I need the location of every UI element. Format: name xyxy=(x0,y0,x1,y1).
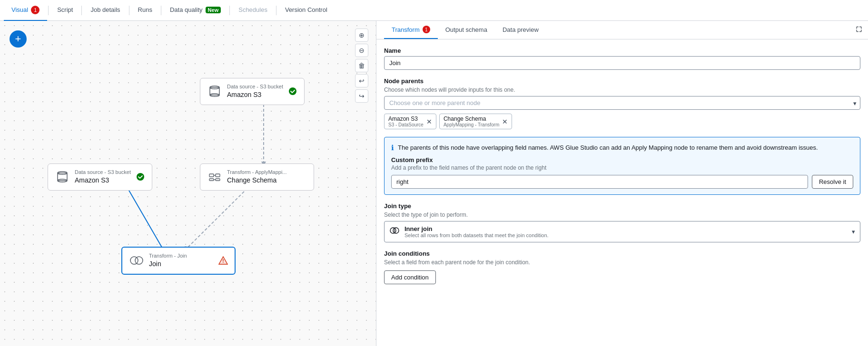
name-input[interactable] xyxy=(384,56,860,70)
tab-version-control[interactable]: Version Control xyxy=(277,0,335,21)
join-conditions-section: Join conditions Select a field from each… xyxy=(384,250,860,284)
nav-divider-4 xyxy=(161,6,161,15)
delete-icon: 🗑 xyxy=(358,62,365,69)
tag-amazon-s3-content: Amazon S3 S3 - DataSource xyxy=(388,115,424,127)
tab-output-schema-label: Output schema xyxy=(445,26,487,33)
node-s3-left-icon xyxy=(55,169,70,184)
nav-divider-6 xyxy=(276,6,276,15)
tab-schedules[interactable]: Schedules xyxy=(231,0,275,21)
tab-transform[interactable]: Transform 1 xyxy=(384,21,438,39)
info-message: The parents of this node have overlappin… xyxy=(398,143,818,153)
expand-panel-icon[interactable] xyxy=(856,26,862,34)
tag-change-schema-close[interactable]: ✕ xyxy=(502,118,508,125)
undo-button[interactable]: ↩ xyxy=(355,74,368,87)
join-type-field: Join type Select the type of join to per… xyxy=(384,202,860,242)
redo-button[interactable]: ↪ xyxy=(355,89,368,103)
node-change-schema-info: Transform - ApplyMappi... Change Schema xyxy=(227,169,307,185)
info-box: ℹ The parents of this node have overlapp… xyxy=(384,137,860,195)
tab-job-details[interactable]: Job details xyxy=(83,0,128,21)
node-s3-top-name: Amazon S3 xyxy=(227,90,283,100)
node-change-schema-name: Change Schema xyxy=(227,176,307,185)
node-s3-left-status xyxy=(136,172,145,182)
add-condition-button[interactable]: Add condition xyxy=(384,270,436,284)
prefix-input[interactable] xyxy=(391,175,808,189)
node-change-schema[interactable]: Transform - ApplyMappi... Change Schema xyxy=(200,163,314,191)
join-type-info: Inner join Select all rows from both dat… xyxy=(404,225,847,238)
tag-change-schema-sub: ApplyMapping - Transform xyxy=(444,122,499,127)
tab-version-control-label: Version Control xyxy=(285,6,327,13)
tab-runs-label: Runs xyxy=(138,6,152,13)
tag-amazon-s3-label: Amazon S3 xyxy=(388,115,424,122)
join-type-sub: Select the type of join to perform. xyxy=(384,211,860,218)
node-s3-left[interactable]: Data source - S3 bucket Amazon S3 xyxy=(48,163,152,191)
resolve-button[interactable]: Resolve it xyxy=(812,175,853,189)
node-change-schema-icon xyxy=(207,169,222,184)
right-panel: Transform 1 Output schema Data preview N… xyxy=(376,21,868,346)
node-s3-top-info: Data source - S3 bucket Amazon S3 xyxy=(227,83,283,100)
node-parents-select[interactable]: Choose one or more parent node xyxy=(384,96,860,110)
tag-change-schema-label: Change Schema xyxy=(444,115,499,122)
tab-schedules-label: Schedules xyxy=(238,6,267,13)
redo-icon: ↪ xyxy=(359,92,365,100)
join-type-select[interactable]: Inner join Select all rows from both dat… xyxy=(384,221,860,242)
node-parents-sub: Choose which nodes will provide inputs f… xyxy=(384,86,860,93)
add-icon: + xyxy=(15,33,21,45)
panel-tabs: Transform 1 Output schema Data preview xyxy=(376,21,868,39)
join-conditions-sub: Select a field from each parent node for… xyxy=(384,259,860,266)
node-s3-top-status xyxy=(288,86,297,96)
tag-change-schema: Change Schema ApplyMapping - Transform ✕ xyxy=(439,114,512,129)
node-s3-left-name: Amazon S3 xyxy=(75,176,131,185)
svg-point-20 xyxy=(130,257,138,264)
custom-prefix-label: Custom prefix xyxy=(391,156,853,163)
join-type-select-wrapper: Inner join Select all rows from both dat… xyxy=(384,221,860,242)
tab-data-quality-label: Data quality xyxy=(170,6,203,13)
tab-job-details-label: Job details xyxy=(90,6,120,13)
add-node-button[interactable]: + xyxy=(10,30,27,48)
svg-rect-17 xyxy=(216,179,220,181)
node-s3-left-type: Data source - S3 bucket xyxy=(75,169,131,176)
svg-rect-16 xyxy=(209,179,214,181)
info-box-header: ℹ The parents of this node have overlapp… xyxy=(391,143,853,153)
tab-output-schema[interactable]: Output schema xyxy=(438,21,495,39)
zoom-out-button[interactable]: ⊖ xyxy=(355,44,368,57)
tab-script[interactable]: Script xyxy=(49,0,80,21)
zoom-out-icon: ⊖ xyxy=(359,47,365,54)
nav-divider-5 xyxy=(229,6,230,15)
node-join[interactable]: Transform - Join Join ! xyxy=(121,247,236,275)
tab-runs[interactable]: Runs xyxy=(130,0,160,21)
tag-change-schema-content: Change Schema ApplyMapping - Transform xyxy=(444,115,499,127)
tab-data-preview[interactable]: Data preview xyxy=(495,21,546,39)
name-field: Name xyxy=(384,47,860,70)
tab-data-quality[interactable]: Data quality New xyxy=(162,0,228,21)
canvas-area: + ⊕ ⊖ 🗑 ↩ ↪ xyxy=(0,21,376,346)
node-change-schema-type: Transform - ApplyMappi... xyxy=(227,169,307,176)
undo-icon: ↩ xyxy=(359,77,365,85)
name-label: Name xyxy=(384,47,860,54)
tab-transform-badge: 1 xyxy=(423,26,430,33)
zoom-in-icon: ⊕ xyxy=(359,31,365,39)
node-parents-label: Node parents xyxy=(384,77,860,85)
info-icon: ℹ xyxy=(391,144,394,152)
tab-visual[interactable]: Visual 1 xyxy=(4,0,47,21)
node-join-icon xyxy=(129,253,144,268)
node-join-type: Transform - Join xyxy=(149,252,214,260)
svg-text:!: ! xyxy=(222,259,224,264)
custom-prefix-sub: Add a prefix to the field names of the p… xyxy=(391,164,853,171)
node-s3-top-type: Data source - S3 bucket xyxy=(227,83,283,90)
svg-line-2 xyxy=(188,188,247,247)
node-s3-top[interactable]: Data source - S3 bucket Amazon S3 xyxy=(200,78,305,105)
tab-visual-label: Visual xyxy=(11,6,28,13)
node-join-name: Join xyxy=(149,260,214,269)
join-type-arrow-icon: ▾ xyxy=(852,228,855,235)
delete-button[interactable]: 🗑 xyxy=(355,59,368,72)
tag-amazon-s3: Amazon S3 S3 - DataSource ✕ xyxy=(384,114,436,129)
join-type-desc: Select all rows from both datasets that … xyxy=(404,232,847,238)
nav-divider-1 xyxy=(48,6,49,15)
resolve-button-label: Resolve it xyxy=(819,178,846,185)
tag-amazon-s3-close[interactable]: ✕ xyxy=(426,118,432,125)
svg-rect-15 xyxy=(216,174,220,177)
svg-line-4 xyxy=(128,190,162,247)
main-layout: + ⊕ ⊖ 🗑 ↩ ↪ xyxy=(0,21,868,346)
zoom-in-button[interactable]: ⊕ xyxy=(355,29,368,42)
node-parents-field: Node parents Choose which nodes will pro… xyxy=(384,77,860,129)
